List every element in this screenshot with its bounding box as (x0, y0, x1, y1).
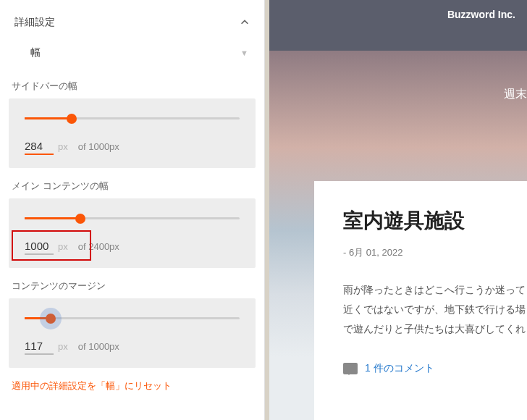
sidebar-width-group: サイドバーの幅 px of 1000px (9, 80, 256, 168)
post-line: 雨が降ったときはどこへ行こうか迷って (343, 281, 527, 299)
post-line: で遊んだりと子供たちは大喜びしてくれ (343, 320, 527, 338)
max-label: of 2400px (78, 241, 119, 252)
chevron-up-icon (240, 17, 250, 28)
comment-link[interactable]: 1 件のコメント (365, 362, 434, 375)
sidebar-width-label: サイドバーの幅 (12, 80, 256, 93)
margin-slider[interactable] (25, 317, 240, 319)
margin-group: コンテンツのマージン px of 1000px (9, 280, 256, 368)
width-dropdown[interactable]: 幅 ▼ (29, 42, 250, 64)
dropdown-arrow-icon: ▼ (240, 49, 248, 57)
unit-label: px (58, 341, 68, 352)
sidebar-width-input[interactable] (25, 140, 54, 155)
brand-name: Buzzword Inc. (447, 9, 515, 20)
margin-label: コンテンツのマージン (12, 280, 256, 293)
post-card: 室内遊具施設 - 6月 01, 2022 雨が降ったときはどこへ行こうか迷って … (314, 181, 527, 420)
unit-label: px (58, 141, 68, 152)
comment-icon (343, 363, 358, 374)
main-width-label: メイン コンテンツの幅 (12, 180, 256, 193)
hero-subtext: 週末 (504, 87, 527, 102)
slider-thumb[interactable] (46, 314, 56, 324)
comment-row[interactable]: 1 件のコメント (343, 362, 527, 375)
reset-link[interactable]: 適用中の詳細設定を「幅」にリセット (12, 379, 253, 392)
max-label: of 1000px (78, 341, 119, 352)
sidebar-width-card: px of 1000px (9, 98, 256, 168)
panel-title: 詳細設定 (14, 16, 55, 29)
dropdown-selected: 幅 (30, 46, 41, 59)
panel-header[interactable]: 詳細設定 (9, 13, 256, 39)
main-width-group: メイン コンテンツの幅 px of 2400px (9, 180, 256, 268)
post-line: 近くではないですが、地下鉄で行ける場 (343, 301, 527, 319)
blog-preview: Buzzword Inc. 週末 室内遊具施設 - 6月 01, 2022 雨が… (265, 0, 527, 420)
main-width-slider[interactable] (25, 217, 240, 219)
settings-panel: 詳細設定 幅 ▼ サイドバーの幅 px of 1000px (0, 0, 265, 420)
post-body: 雨が降ったときはどこへ行こうか迷って 近くではないですが、地下鉄で行ける場 で遊… (343, 281, 527, 339)
main-width-input[interactable] (25, 240, 54, 255)
main-width-card: px of 2400px (9, 198, 256, 268)
margin-card: px of 1000px (9, 298, 256, 368)
post-title[interactable]: 室内遊具施設 (343, 207, 527, 235)
slider-thumb[interactable] (67, 114, 77, 124)
max-label: of 1000px (78, 141, 119, 152)
sidebar-width-slider[interactable] (25, 117, 240, 119)
post-date: - 6月 01, 2022 (343, 246, 527, 259)
margin-input[interactable] (25, 340, 54, 355)
slider-thumb[interactable] (75, 214, 85, 224)
unit-label: px (58, 241, 68, 252)
